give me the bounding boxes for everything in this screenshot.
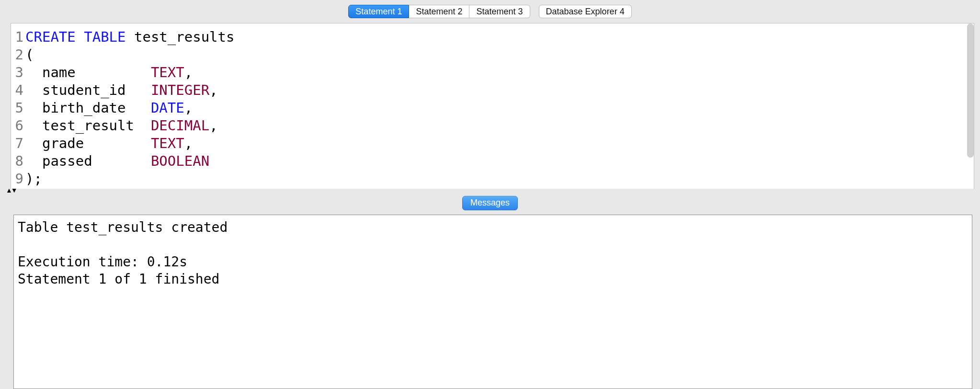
tab-label: Database Explorer 4 bbox=[546, 7, 625, 17]
code-line: test_result DECIMAL, bbox=[25, 117, 972, 135]
line-number: 3 bbox=[11, 64, 23, 81]
code-line: student_id INTEGER, bbox=[25, 81, 972, 99]
sql-editor-pane: 123456789 CREATE TABLE test_results( nam… bbox=[11, 23, 974, 189]
sql-code-area[interactable]: CREATE TABLE test_results( name TEXT, st… bbox=[24, 23, 974, 189]
line-number: 2 bbox=[11, 46, 23, 64]
editor-scrollbar[interactable] bbox=[967, 23, 974, 158]
messages-text[interactable]: Table test_results created Execution tim… bbox=[14, 215, 972, 292]
line-number: 8 bbox=[11, 152, 23, 170]
code-line: passed BOOLEAN bbox=[25, 152, 972, 170]
tab-statement-1[interactable]: Statement 1 bbox=[348, 5, 409, 18]
tab-label: Statement 2 bbox=[416, 7, 462, 17]
line-number: 9 bbox=[11, 170, 23, 188]
code-line: name TEXT, bbox=[25, 64, 972, 81]
line-number: 4 bbox=[11, 81, 23, 99]
result-tab-bar: Messages bbox=[0, 194, 980, 212]
tab-label: Messages bbox=[470, 198, 510, 207]
statement-tab-group: Statement 1 Statement 2 Statement 3 bbox=[348, 5, 530, 18]
explorer-tab-group: Database Explorer 4 bbox=[539, 5, 632, 18]
line-number: 1 bbox=[11, 28, 23, 46]
line-number-gutter: 123456789 bbox=[11, 23, 24, 189]
sql-workbench-window: Statement 1 Statement 2 Statement 3 Data… bbox=[0, 0, 980, 389]
messages-pane: Table test_results created Execution tim… bbox=[13, 215, 972, 389]
line-number: 7 bbox=[11, 135, 23, 152]
tab-statement-3[interactable]: Statement 3 bbox=[469, 5, 530, 18]
code-line: ); bbox=[25, 170, 972, 188]
tab-database-explorer[interactable]: Database Explorer 4 bbox=[539, 5, 632, 18]
tab-label: Statement 1 bbox=[355, 7, 402, 17]
split-handle-icon[interactable]: ▲▼ bbox=[6, 188, 16, 193]
code-line: birth_date DATE, bbox=[25, 99, 972, 117]
tab-bar: Statement 1 Statement 2 Statement 3 Data… bbox=[0, 0, 980, 20]
tab-messages[interactable]: Messages bbox=[462, 196, 518, 210]
sql-editor[interactable]: 123456789 CREATE TABLE test_results( nam… bbox=[11, 23, 974, 189]
line-number: 5 bbox=[11, 99, 23, 117]
code-line: grade TEXT, bbox=[25, 135, 972, 152]
code-line: CREATE TABLE test_results bbox=[25, 28, 972, 46]
line-number: 6 bbox=[11, 117, 23, 135]
tab-label: Statement 3 bbox=[476, 7, 523, 17]
code-line: ( bbox=[25, 46, 972, 64]
tab-statement-2[interactable]: Statement 2 bbox=[409, 5, 469, 18]
